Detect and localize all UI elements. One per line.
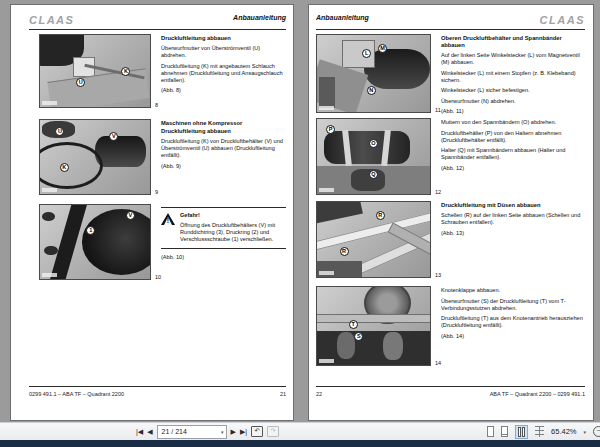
photo-id-strip bbox=[42, 101, 57, 105]
zoom-level-value: 65.42% bbox=[551, 427, 576, 436]
facing-right-page-glyph bbox=[522, 427, 525, 437]
photo-id-strip bbox=[319, 188, 334, 192]
claas-logo: CLAAS bbox=[540, 14, 585, 26]
section-heading: Druckluftleitung mit Düsen abbauen bbox=[441, 202, 584, 209]
paragraph: Muttern von den Spannbändern (O) abdrehe… bbox=[441, 119, 584, 126]
figure-number: 9 bbox=[155, 189, 158, 195]
photo-shape bbox=[44, 246, 57, 255]
page-header-title: Anbauanleitung bbox=[316, 14, 369, 21]
pdf-viewer-window: CLAAS Anbauanleitung U K 8 Druckluftleit… bbox=[0, 0, 600, 447]
bottom-window-strip bbox=[0, 440, 600, 447]
section-heading: Maschinen ohne Kompressor bbox=[161, 120, 286, 127]
figure-number: 10 bbox=[155, 274, 161, 280]
figure-label: V bbox=[126, 211, 135, 220]
figure-reference: (Abb. 9) bbox=[161, 163, 286, 170]
paragraph: Überwurfmutter (S) der Druckluftleitung … bbox=[441, 298, 584, 312]
next-page-button[interactable]: ▶ bbox=[231, 423, 236, 440]
footer-rule bbox=[316, 386, 585, 387]
photo-shape bbox=[351, 169, 385, 192]
figure-label: K bbox=[60, 163, 69, 172]
photo-shape bbox=[316, 201, 363, 224]
section-subheading: Druckluftleitung abbauen bbox=[161, 128, 286, 135]
photo-id-strip bbox=[42, 188, 57, 192]
section-text: Druckluftleitung mit Düsen abbauen Schel… bbox=[441, 202, 584, 240]
paragraph: Druckluftleitung (K) mit angebautem Schl… bbox=[161, 63, 286, 84]
figure-number: 14 bbox=[435, 360, 441, 366]
photo-shape bbox=[82, 209, 151, 274]
figure-photo-8: U K bbox=[39, 34, 151, 108]
paragraph: Winkelstecker (L) mit einem Stopfen (z. … bbox=[441, 70, 584, 84]
figure-reference: (Abb. 12) bbox=[441, 165, 584, 172]
first-page-button[interactable]: |◀ bbox=[136, 423, 143, 440]
photo-shape bbox=[383, 332, 403, 360]
photo-shape bbox=[324, 131, 410, 164]
figure-number: 13 bbox=[435, 272, 441, 278]
previous-page-button[interactable]: ◀ bbox=[147, 423, 152, 440]
section-text: Oberen Druckluftbehälter und Spannbänder… bbox=[441, 35, 584, 119]
figure-label: R bbox=[376, 211, 385, 220]
figure-label: R bbox=[340, 247, 349, 256]
figure-photo-9: U V K bbox=[39, 119, 151, 195]
paragraph: Schellen (R) auf der linken Seite abbaue… bbox=[441, 212, 584, 226]
section-text: Knotenklappe abbauen. Überwurfmutter (S)… bbox=[441, 287, 584, 343]
footer-document-id: 0299 491.1 – ABA TF – Quadrant 2200 bbox=[29, 391, 124, 397]
page-header-title: Anbauanleitung bbox=[233, 14, 286, 21]
warning-text: Öffnung des Druckluftbehälters (V) mit R… bbox=[180, 222, 286, 243]
paragraph: Auf der linken Seite Winkelstecker (L) v… bbox=[441, 52, 584, 66]
warning-text-wrap: Gefahr! Öffnung des Druckluftbehälters (… bbox=[180, 212, 286, 243]
warning-triangle-icon: ! bbox=[161, 213, 175, 225]
paragraph: Druckluftleitung (T) aus dem Knotenantri… bbox=[441, 315, 584, 329]
figure-label: T bbox=[349, 320, 358, 329]
photo-id-strip bbox=[319, 359, 334, 363]
paragraph: Druckluftbehälter (P) von den Haltern ab… bbox=[441, 130, 584, 144]
footer-document-id: ABA TF – Quadrant 2200 – 0299 491.1 bbox=[490, 391, 585, 397]
next-view-button[interactable]: ↷ bbox=[267, 426, 279, 437]
photo-shape bbox=[319, 77, 335, 108]
continuous-view-button[interactable] bbox=[501, 426, 508, 437]
previous-view-button[interactable]: ↶ bbox=[251, 426, 263, 437]
photo-shape bbox=[317, 261, 362, 279]
viewer-toolbar: |◀ ◀ 21 / 214 ▾ ▶ ▶| ↶ ↷ 65.42% ▾ − bbox=[0, 422, 600, 440]
zoom-out-button[interactable]: − bbox=[593, 426, 600, 437]
figure-reference: (Abb. 8) bbox=[161, 87, 286, 94]
section-text: Muttern von den Spannbändern (O) abdrehe… bbox=[441, 119, 584, 175]
pdf-page-left: CLAAS Anbauanleitung U K 8 Druckluftleit… bbox=[10, 4, 294, 421]
figure-reference: (Abb. 14) bbox=[441, 333, 584, 340]
figure-label: 1 bbox=[86, 226, 95, 235]
warning-body: ! Gefahr! Öffnung des Druckluftbehälters… bbox=[161, 210, 286, 246]
view-zoom-group: 65.42% ▾ − bbox=[487, 423, 600, 440]
warning-block: ! Gefahr! Öffnung des Druckluftbehälters… bbox=[161, 205, 286, 261]
figure-label: Q bbox=[369, 170, 378, 179]
single-page-view-button[interactable] bbox=[487, 426, 494, 437]
figure-number: 8 bbox=[155, 102, 158, 108]
facing-left-page-glyph bbox=[518, 427, 521, 437]
warning-title: Gefahr! bbox=[180, 212, 286, 219]
photo-shape bbox=[39, 142, 103, 189]
photo-id-strip bbox=[319, 106, 334, 110]
page-dropdown-icon[interactable]: ▾ bbox=[221, 429, 224, 435]
paragraph: Überwurfmutter von Überströmventil (U) a… bbox=[161, 45, 286, 59]
last-page-button[interactable]: ▶| bbox=[240, 423, 247, 440]
photo-shape bbox=[337, 332, 355, 359]
photo-shape bbox=[42, 212, 55, 221]
paragraph: Winkelstecker (L) sicher befestigen. bbox=[441, 87, 584, 94]
continuous-facing-view-button[interactable] bbox=[535, 426, 544, 437]
figure-reference: (Abb. 13) bbox=[441, 230, 584, 237]
section-heading: Oberen Druckluftbehälter und Spannbänder… bbox=[441, 35, 584, 49]
paragraph: Halter (Q) mit Spannbändern abbauen (Hal… bbox=[441, 147, 584, 161]
figure-photo-12: P O Q bbox=[316, 118, 431, 195]
zoom-dropdown-icon[interactable]: ▾ bbox=[583, 429, 586, 435]
claas-logo: CLAAS bbox=[29, 14, 74, 26]
photo-id-strip bbox=[319, 271, 334, 275]
warning-rule-top bbox=[161, 207, 286, 208]
paragraph: Druckluftleitung (K) von Druckluftbehält… bbox=[161, 138, 286, 159]
pdf-page-right: Anbauanleitung CLAAS L M N 11 Oberen Dru… bbox=[308, 4, 594, 421]
facing-pages-view-button[interactable] bbox=[515, 425, 528, 439]
figure-number: 12 bbox=[435, 189, 441, 195]
figure-number: 11 bbox=[435, 107, 441, 113]
header-rule bbox=[29, 29, 286, 30]
figure-label: O bbox=[369, 139, 378, 148]
page-number-input[interactable]: 21 / 214 ▾ bbox=[157, 425, 227, 439]
figure-label: P bbox=[326, 125, 335, 134]
figure-label: L bbox=[362, 49, 371, 58]
